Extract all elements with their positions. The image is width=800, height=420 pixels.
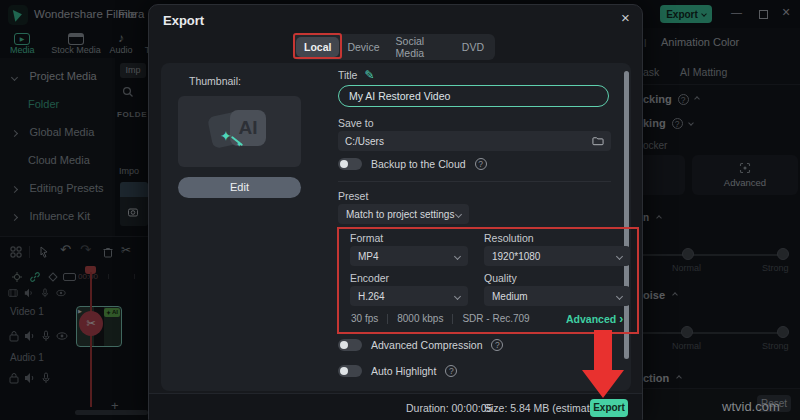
folder-browse-icon[interactable] xyxy=(592,135,604,147)
format-dropdown[interactable]: MP4 xyxy=(350,246,468,266)
tab-device[interactable]: Device xyxy=(339,37,387,57)
save-to-field[interactable]: C:/Users xyxy=(338,131,611,151)
annotation-arrow-shaft xyxy=(594,330,612,372)
encoder-value: H.264 xyxy=(358,291,385,302)
title-label: Title xyxy=(338,69,357,81)
save-to-label: Save to xyxy=(338,117,374,129)
dialog-vscrollbar[interactable] xyxy=(624,71,629,359)
advanced-compression-toggle[interactable] xyxy=(338,339,362,351)
backup-cloud-label: Backup to the Cloud xyxy=(371,158,466,170)
edit-thumbnail-button[interactable]: Edit xyxy=(178,177,301,198)
help-icon[interactable]: ? xyxy=(491,339,503,351)
encoder-label: Encoder xyxy=(350,272,389,284)
watermark: wtvid.com xyxy=(722,399,780,414)
quality-dropdown[interactable]: Medium xyxy=(484,286,630,306)
format-label: Format xyxy=(350,232,383,244)
tab-social-media[interactable]: Social Media xyxy=(388,31,454,63)
encoder-dropdown[interactable]: H.264 xyxy=(350,286,468,306)
bitrate-value: 8000 kbps xyxy=(397,313,443,324)
chevron-down-icon xyxy=(616,252,623,259)
save-to-value: C:/Users xyxy=(345,136,384,147)
export-confirm-button[interactable]: Export xyxy=(590,399,628,417)
format-value: MP4 xyxy=(358,251,379,262)
fps-value: 30 fps xyxy=(351,313,378,324)
chevron-down-icon xyxy=(616,292,623,299)
quality-value: Medium xyxy=(492,291,528,302)
help-icon[interactable]: ? xyxy=(445,365,457,377)
thumbnail-preview: AI ✦ ✦ xyxy=(178,96,301,167)
sparkle-icon: ✦ xyxy=(220,128,232,144)
title-input[interactable] xyxy=(338,85,609,107)
duration-text: Duration: 00:00:05 xyxy=(406,402,492,414)
info-divider xyxy=(387,314,388,324)
preset-label: Preset xyxy=(338,190,368,202)
filmora-window: Wondershare Filmora File Export — × ▶ Me… xyxy=(0,0,800,420)
preset-value: Match to project settings xyxy=(346,209,454,220)
ai-pen-icon[interactable]: ✎ xyxy=(364,68,374,82)
preset-dropdown[interactable]: Match to project settings xyxy=(338,204,469,224)
export-tabbar: Local Device Social Media DVD xyxy=(293,34,495,60)
tab-local[interactable]: Local xyxy=(296,37,339,57)
auto-highlight-label: Auto Highlight xyxy=(371,365,436,377)
form-divider xyxy=(338,181,611,182)
resolution-value: 1920*1080 xyxy=(492,251,540,262)
tab-dvd[interactable]: DVD xyxy=(454,37,492,57)
dialog-title: Export xyxy=(163,13,204,28)
chevron-down-icon xyxy=(455,210,462,217)
export-dialog: Export × Local Device Social Media DVD T… xyxy=(148,4,643,420)
resolution-label: Resolution xyxy=(484,232,534,244)
colorspace-value: SDR - Rec.709 xyxy=(462,313,529,324)
size-text: Size: 5.84 MB (estimated) xyxy=(484,402,605,414)
chevron-right-icon: › xyxy=(619,312,623,326)
thumbnail-label: Thumbnail: xyxy=(189,75,241,87)
backup-cloud-toggle[interactable] xyxy=(338,158,362,170)
quality-label: Quality xyxy=(484,272,517,284)
resolution-dropdown[interactable]: 1920*1080 xyxy=(484,246,630,266)
chevron-down-icon xyxy=(454,252,461,259)
annotation-arrow-head xyxy=(582,370,624,398)
advanced-link-label: Advanced xyxy=(566,313,616,325)
auto-highlight-toggle[interactable] xyxy=(338,365,362,377)
info-divider xyxy=(452,314,453,324)
chevron-down-icon xyxy=(454,292,461,299)
help-icon[interactable]: ? xyxy=(475,158,487,170)
dialog-close-icon[interactable]: × xyxy=(621,9,630,26)
advanced-settings-link[interactable]: Advanced › xyxy=(566,312,623,326)
advanced-compression-label: Advanced Compression xyxy=(371,339,482,351)
